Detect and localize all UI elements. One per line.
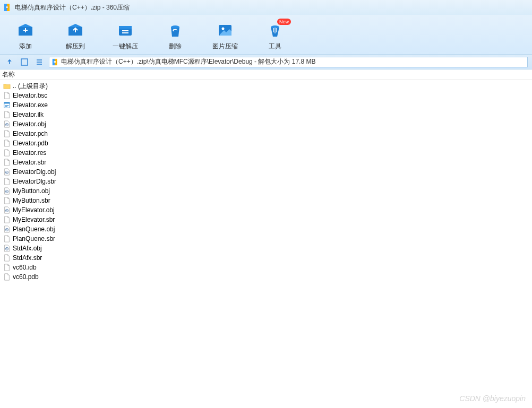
svg-rect-4 xyxy=(25,28,26,32)
tools-button[interactable]: New 工具 xyxy=(260,22,290,51)
list-item[interactable]: vc60.pdb xyxy=(2,272,530,282)
file-icon xyxy=(3,235,11,242)
list-item[interactable]: Elevator.obj xyxy=(2,119,530,129)
toolbar: 添加 解压到 一键解压 删除 图片压缩 New 工具 xyxy=(0,15,532,55)
svg-point-9 xyxy=(171,25,179,29)
list-item[interactable]: StdAfx.sbr xyxy=(2,253,530,263)
obj-icon xyxy=(3,206,11,214)
add-icon xyxy=(17,22,34,39)
list-item[interactable]: ElevatorDlg.sbr xyxy=(2,177,530,186)
list-item[interactable]: MyElevator.obj xyxy=(2,205,530,215)
list-item[interactable]: vc60.idb xyxy=(2,263,530,272)
file-name: MyButton.obj xyxy=(13,187,50,195)
list-item[interactable]: .. (上级目录) xyxy=(2,81,530,91)
file-icon xyxy=(3,264,11,271)
view-list-button[interactable] xyxy=(34,57,45,67)
file-name: .. (上级目录) xyxy=(13,82,48,91)
watermark: CSDN @biyezuopin xyxy=(459,394,526,403)
oneclick-icon xyxy=(117,22,134,39)
column-name: 名称 xyxy=(2,70,15,79)
file-name: ElevatorDlg.sbr xyxy=(13,178,56,185)
obj-icon xyxy=(3,120,11,128)
file-name: Elevator.bsc xyxy=(13,92,47,99)
file-name: MyElevator.obj xyxy=(13,206,55,214)
list-item[interactable]: PlanQuene.sbr xyxy=(2,234,530,244)
extract-to-button[interactable]: 解压到 xyxy=(61,22,90,51)
extract-label: 解压到 xyxy=(66,42,85,51)
oneclick-label: 一键解压 xyxy=(113,42,138,51)
list-item[interactable]: Elevator.exe xyxy=(2,100,530,110)
title-bar: 电梯仿真程序设计（C++）.zip - 360压缩 xyxy=(0,0,532,15)
list-item[interactable]: Elevator.pch xyxy=(2,129,530,138)
image-compress-button[interactable]: 图片压缩 xyxy=(210,22,240,51)
file-icon xyxy=(3,178,11,185)
column-header[interactable]: 名称 xyxy=(0,70,532,80)
file-name: MyButton.sbr xyxy=(13,197,50,204)
path-input[interactable]: 电梯仿真程序设计（C++）.zip\仿真电梯MFC源程序\Elevator\De… xyxy=(49,57,528,67)
file-name: vc60.pdb xyxy=(13,273,39,281)
obj-icon xyxy=(3,225,11,233)
file-name: StdAfx.sbr xyxy=(13,254,42,262)
delete-button[interactable]: 删除 xyxy=(160,22,190,51)
file-icon xyxy=(3,273,11,281)
list-item[interactable]: Elevator.res xyxy=(2,148,530,158)
file-name: PlanQuene.sbr xyxy=(13,235,55,242)
file-name: Elevator.ilk xyxy=(13,111,44,118)
file-name: ElevatorDlg.obj xyxy=(13,168,56,176)
archive-icon xyxy=(52,58,59,66)
list-item[interactable]: Elevator.bsc xyxy=(2,91,530,100)
list-item[interactable]: ElevatorDlg.obj xyxy=(2,167,530,177)
up-button[interactable] xyxy=(4,57,15,67)
svg-point-35 xyxy=(6,248,7,249)
file-name: MyElevator.sbr xyxy=(13,216,55,223)
view-large-icons-button[interactable] xyxy=(19,57,30,67)
file-icon xyxy=(3,149,11,157)
file-icon xyxy=(3,111,11,118)
file-icon xyxy=(3,216,11,223)
svg-rect-19 xyxy=(54,61,56,63)
list-item[interactable]: MyButton.sbr xyxy=(2,196,530,205)
exe-icon xyxy=(3,101,11,109)
list-item[interactable]: MyElevator.sbr xyxy=(2,215,530,224)
file-name: Elevator.pch xyxy=(13,130,48,137)
folder-up-icon xyxy=(3,82,11,90)
file-name: Elevator.obj xyxy=(13,120,46,128)
file-name: Elevator.pdb xyxy=(13,140,48,147)
file-name: Elevator.sbr xyxy=(13,159,46,166)
svg-rect-2 xyxy=(6,6,8,8)
svg-rect-7 xyxy=(122,30,128,31)
window-title: 电梯仿真程序设计（C++）.zip - 360压缩 xyxy=(15,3,130,12)
list-item[interactable]: StdAfx.obj xyxy=(2,244,530,253)
add-label: 添加 xyxy=(19,42,32,51)
file-list: .. (上级目录)Elevator.bscElevator.exeElevato… xyxy=(0,80,532,283)
delete-label: 删除 xyxy=(169,42,182,51)
file-name: vc60.idb xyxy=(13,264,37,271)
svg-rect-23 xyxy=(5,106,7,107)
obj-icon xyxy=(3,187,11,195)
svg-rect-8 xyxy=(122,32,128,33)
svg-rect-22 xyxy=(5,105,9,106)
file-icon xyxy=(3,140,11,147)
list-item[interactable]: MyButton.obj xyxy=(2,186,530,196)
svg-point-33 xyxy=(6,229,7,230)
svg-point-29 xyxy=(6,191,7,192)
path-text: 电梯仿真程序设计（C++）.zip\仿真电梯MFC源程序\Elevator\De… xyxy=(61,57,315,66)
file-icon xyxy=(3,254,11,262)
list-item[interactable]: PlanQuene.obj xyxy=(2,224,530,234)
svg-rect-21 xyxy=(4,102,10,104)
oneclick-extract-button[interactable]: 一键解压 xyxy=(110,22,140,51)
svg-rect-13 xyxy=(21,59,28,65)
obj-icon xyxy=(3,168,11,176)
file-icon xyxy=(3,130,11,137)
file-name: StdAfx.obj xyxy=(13,245,42,252)
list-item[interactable]: Elevator.sbr xyxy=(2,158,530,167)
svg-point-27 xyxy=(6,172,7,173)
list-item[interactable]: Elevator.pdb xyxy=(2,138,530,148)
file-icon xyxy=(3,159,11,166)
image-compress-icon xyxy=(217,22,234,39)
svg-rect-6 xyxy=(119,26,132,29)
archive-icon xyxy=(3,3,12,12)
file-icon xyxy=(3,92,11,99)
list-item[interactable]: Elevator.ilk xyxy=(2,110,530,119)
add-button[interactable]: 添加 xyxy=(11,22,40,51)
